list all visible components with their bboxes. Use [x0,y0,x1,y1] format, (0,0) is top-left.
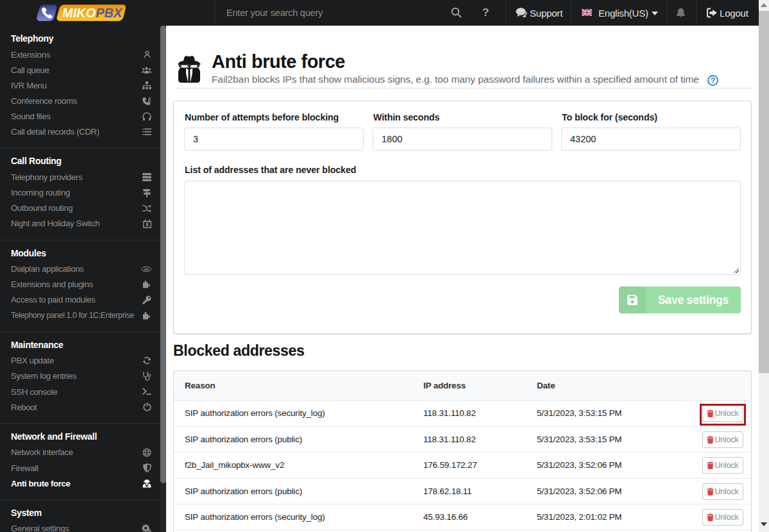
svg-text:MIKOPBX: MIKOPBX [62,6,123,20]
svg-text:php: php [144,267,149,270]
svg-text:?: ? [711,76,715,85]
